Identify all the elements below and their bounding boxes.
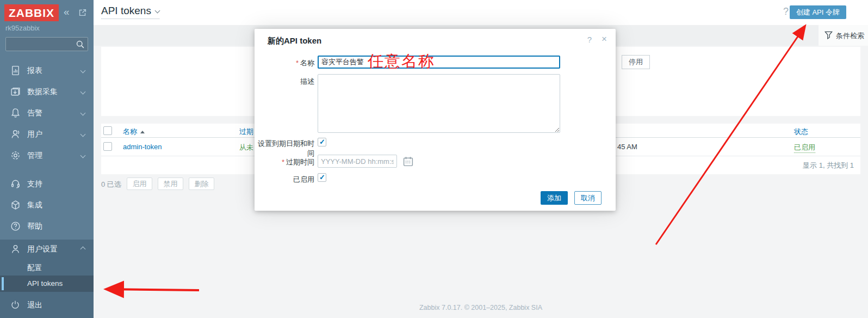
expires-at-label: *过期时间 bbox=[255, 157, 314, 167]
funnel-icon bbox=[824, 30, 833, 40]
sidebar-search[interactable] bbox=[5, 37, 88, 51]
chevron-down-icon bbox=[80, 132, 86, 137]
enabled-label: 已启用 bbox=[255, 175, 314, 185]
token-last-access-value: 45 AM bbox=[617, 143, 637, 151]
add-button[interactable]: 添加 bbox=[541, 191, 568, 205]
chevron-down-icon bbox=[80, 89, 86, 95]
chevron-down-icon bbox=[80, 153, 86, 158]
row-checkbox[interactable] bbox=[103, 142, 112, 151]
sidebar-item-reports[interactable]: 报表 bbox=[0, 60, 94, 81]
set-expiry-checkbox[interactable] bbox=[318, 138, 326, 146]
sidebar-item-api-tokens[interactable]: API tokens bbox=[0, 276, 94, 292]
description-label: 描述 bbox=[255, 77, 314, 87]
power-icon bbox=[10, 299, 21, 310]
token-name-link[interactable]: admin-token bbox=[123, 143, 162, 151]
sidebar-main-menu: 报表 数据采集 告警 bbox=[0, 60, 94, 166]
sidebar-item-users[interactable]: 用户 bbox=[0, 124, 94, 145]
description-field[interactable] bbox=[318, 74, 560, 133]
select-all-checkbox[interactable] bbox=[103, 126, 112, 135]
enable-button[interactable]: 启用 bbox=[127, 178, 152, 190]
top-bar: API tokens ? 创建 API 令牌 bbox=[94, 0, 868, 25]
create-api-token-button[interactable]: 创建 API 令牌 bbox=[790, 5, 846, 19]
status-filter-disabled-segment[interactable]: 停用 bbox=[622, 55, 650, 69]
name-field[interactable] bbox=[318, 56, 560, 69]
calendar-icon[interactable] bbox=[402, 156, 414, 167]
expires-at-field[interactable] bbox=[318, 155, 397, 168]
users-icon bbox=[10, 129, 21, 140]
gear-icon bbox=[10, 150, 21, 161]
column-header-name[interactable]: 名称 bbox=[123, 127, 145, 137]
sidebar-item-help[interactable]: 帮助 bbox=[0, 216, 94, 237]
table-stats: 显示 1, 共找到 1 bbox=[803, 161, 854, 170]
sidebar: ZABBIX « rk95zabbix bbox=[0, 0, 94, 318]
sidebar-item-support[interactable]: 支持 bbox=[0, 173, 94, 194]
sidebar-item-administration[interactable]: 管理 bbox=[0, 145, 94, 166]
new-api-token-dialog: 新的API token ? × *名称 描述 设置到期日期和时间 *过期时间 已… bbox=[255, 29, 616, 211]
chevron-up-icon bbox=[80, 247, 86, 252]
sidebar-secondary-menu: 支持 集成 帮助 bbox=[0, 173, 94, 237]
token-expires-value: 从未 bbox=[239, 143, 253, 152]
sidebar-item-profile[interactable]: 配置 bbox=[0, 259, 94, 276]
footer-copyright: Zabbix 7.0.17. © 2001–2025, Zabbix SIA bbox=[94, 304, 868, 311]
disable-button[interactable]: 禁用 bbox=[158, 178, 183, 190]
cancel-button[interactable]: 取消 bbox=[574, 191, 602, 205]
name-label: *名称 bbox=[255, 58, 314, 68]
delete-button[interactable]: 删除 bbox=[189, 178, 214, 190]
data-collection-icon bbox=[10, 86, 21, 97]
chevron-down-icon bbox=[80, 111, 86, 116]
sidebar-user-section: 用户设置 配置 API tokens 退出 bbox=[0, 240, 94, 318]
collapse-sidebar-icon[interactable]: « bbox=[64, 6, 70, 18]
headset-icon bbox=[10, 178, 21, 189]
search-input[interactable] bbox=[8, 38, 72, 50]
dialog-help-icon[interactable]: ? bbox=[587, 35, 592, 44]
popout-sidebar-icon[interactable] bbox=[78, 8, 88, 17]
chevron-down-icon bbox=[80, 68, 86, 74]
server-name: rk95zabbix bbox=[5, 24, 40, 32]
filter-tab[interactable]: 条件检索 bbox=[819, 25, 868, 46]
cube-icon bbox=[10, 199, 21, 211]
set-expiry-label: 设置到期日期和时间 bbox=[255, 139, 314, 158]
sidebar-item-data-collection[interactable]: 数据采集 bbox=[0, 81, 94, 102]
question-circle-icon bbox=[10, 221, 21, 232]
zabbix-logo[interactable]: ZABBIX bbox=[4, 4, 59, 21]
sidebar-item-signout[interactable]: 退出 bbox=[0, 296, 94, 315]
bell-icon bbox=[10, 107, 21, 119]
annotation-name-note: 任意名称 bbox=[368, 51, 435, 72]
chevron-down-icon bbox=[154, 8, 160, 14]
help-icon[interactable]: ? bbox=[783, 6, 789, 17]
selected-count: 0 已选 bbox=[101, 180, 121, 189]
sidebar-item-integrations[interactable]: 集成 bbox=[0, 194, 94, 216]
user-icon bbox=[10, 243, 21, 255]
filter-tab-label: 条件检索 bbox=[836, 31, 864, 41]
dialog-title: 新的API token bbox=[268, 36, 321, 46]
column-header-expires[interactable]: 过期 bbox=[239, 127, 253, 137]
page-title: API tokens bbox=[101, 5, 151, 16]
page-title-dropdown[interactable]: API tokens bbox=[101, 5, 159, 19]
sidebar-item-alerts[interactable]: 告警 bbox=[0, 102, 94, 124]
column-header-status[interactable]: 状态 bbox=[794, 127, 808, 137]
search-icon[interactable] bbox=[76, 40, 85, 49]
annotation-arrow-api-tokens bbox=[107, 289, 199, 290]
sidebar-logo-row: ZABBIX « bbox=[0, 4, 94, 22]
report-icon bbox=[10, 65, 21, 76]
sort-asc-icon bbox=[140, 131, 145, 133]
token-status-link[interactable]: 已启用 bbox=[794, 143, 815, 153]
close-icon[interactable]: × bbox=[602, 34, 607, 45]
enabled-checkbox[interactable] bbox=[318, 173, 326, 182]
zabbix-app: ZABBIX « rk95zabbix bbox=[0, 0, 868, 318]
sidebar-item-user-settings[interactable]: 用户设置 bbox=[0, 240, 94, 259]
